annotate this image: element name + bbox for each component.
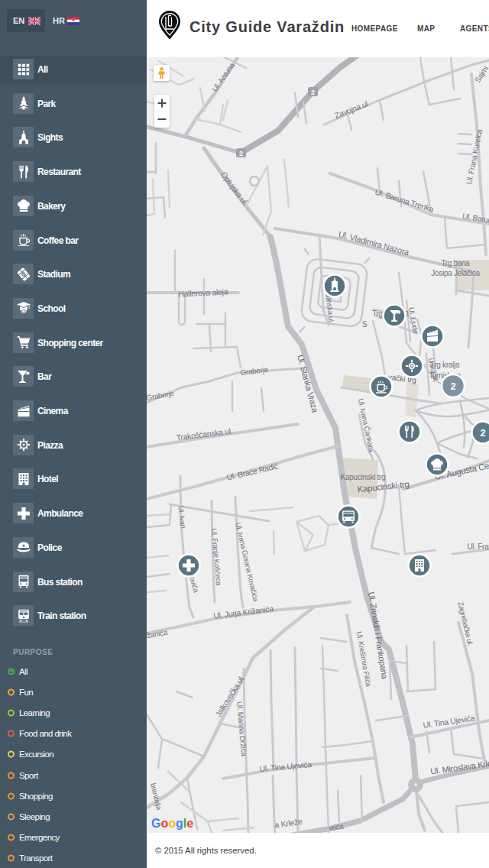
svg-text:2: 2 (311, 89, 315, 96)
svg-text:S: S (362, 320, 368, 329)
svg-text:Kapucinski trg: Kapucinski trg (341, 473, 386, 481)
svg-text:Josipa Jelačića: Josipa Jelačića (431, 269, 480, 277)
svg-text:2: 2 (239, 150, 243, 157)
svg-text:Ul. Fran: Ul. Fran (467, 542, 489, 551)
svg-text:2: 2 (480, 427, 485, 439)
svg-text:Trg bana: Trg bana (441, 259, 470, 267)
svg-text:2: 2 (450, 381, 455, 392)
svg-text:Trg: Trg (372, 309, 383, 318)
svg-text:Trg kralja: Trg kralja (430, 361, 460, 369)
